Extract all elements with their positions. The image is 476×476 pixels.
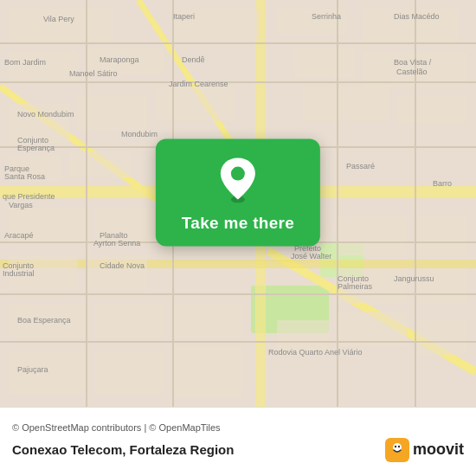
svg-rect-17 bbox=[303, 87, 389, 121]
svg-text:Dias Macédo: Dias Macédo bbox=[394, 12, 440, 21]
svg-text:Dendê: Dendê bbox=[182, 55, 205, 64]
svg-rect-18 bbox=[398, 95, 467, 125]
svg-point-92 bbox=[395, 445, 396, 447]
location-pin-icon bbox=[219, 157, 257, 207]
take-me-there-button[interactable]: Take me there bbox=[182, 214, 294, 233]
svg-text:Rodovia Quarto Anel Viário: Rodovia Quarto Anel Viário bbox=[268, 348, 362, 357]
svg-text:Jardim Cearense: Jardim Cearense bbox=[169, 80, 228, 88]
svg-rect-21 bbox=[156, 87, 234, 121]
svg-text:Serrinha: Serrinha bbox=[312, 12, 341, 21]
svg-text:Vargas: Vargas bbox=[9, 201, 33, 209]
svg-rect-29 bbox=[95, 303, 164, 338]
svg-text:Ayrton Senna: Ayrton Senna bbox=[93, 239, 140, 248]
svg-text:Vila Pery: Vila Pery bbox=[43, 15, 74, 23]
svg-text:Industrial: Industrial bbox=[3, 269, 35, 278]
svg-text:Bom Jardim: Bom Jardim bbox=[4, 58, 46, 67]
bottom-bar: © OpenStreetMap contributors | © OpenMap… bbox=[0, 407, 476, 476]
svg-text:Jangurussu: Jangurussu bbox=[394, 274, 434, 283]
svg-rect-40 bbox=[415, 216, 467, 255]
svg-text:Manoel Sátiro: Manoel Sátiro bbox=[69, 69, 118, 78]
svg-text:Palmeiras: Palmeiras bbox=[338, 282, 373, 291]
svg-text:José Walter: José Walter bbox=[291, 252, 331, 261]
svg-rect-38 bbox=[415, 268, 467, 303]
svg-rect-9 bbox=[9, 9, 113, 43]
svg-text:que Presidente: que Presidente bbox=[3, 192, 55, 201]
svg-text:Aracapé: Aracapé bbox=[4, 231, 34, 240]
take-me-there-container: Take me there bbox=[156, 139, 320, 247]
svg-text:Pajuçara: Pajuçara bbox=[17, 365, 48, 374]
svg-point-93 bbox=[398, 445, 400, 447]
svg-text:Boa Esperança: Boa Esperança bbox=[17, 316, 71, 325]
svg-rect-10 bbox=[9, 52, 78, 82]
map-attribution: © OpenStreetMap contributors | © OpenMap… bbox=[12, 422, 464, 433]
svg-rect-23 bbox=[69, 151, 130, 177]
svg-text:Esperança: Esperança bbox=[17, 144, 55, 152]
svg-text:Boa Vista /: Boa Vista / bbox=[394, 58, 432, 67]
action-card: Take me there bbox=[156, 139, 320, 247]
svg-text:Cidade Nova: Cidade Nova bbox=[100, 261, 145, 270]
svg-text:Novo Mondubim: Novo Mondubim bbox=[17, 110, 74, 119]
svg-rect-31 bbox=[95, 351, 164, 394]
svg-text:Maraponga: Maraponga bbox=[100, 55, 139, 64]
map-view: Vila Pery Itaperi Serrinha Dias Macédo B… bbox=[0, 0, 476, 407]
svg-text:Barro: Barro bbox=[433, 179, 452, 188]
moovit-logo: moovit bbox=[385, 438, 464, 462]
svg-rect-27 bbox=[87, 255, 147, 290]
moovit-icon bbox=[385, 438, 409, 462]
svg-text:Santa Rosa: Santa Rosa bbox=[4, 172, 45, 181]
place-name: Conexao Telecom, Fortaleza Region bbox=[12, 442, 234, 457]
svg-point-89 bbox=[231, 167, 245, 181]
svg-rect-32 bbox=[173, 303, 242, 338]
svg-rect-39 bbox=[338, 216, 407, 255]
moovit-brand-text: moovit bbox=[413, 441, 464, 459]
svg-text:Mondubim: Mondubim bbox=[121, 130, 158, 138]
svg-text:Itaperi: Itaperi bbox=[173, 12, 195, 21]
svg-rect-36 bbox=[415, 320, 467, 355]
svg-text:Passaré: Passaré bbox=[346, 162, 375, 170]
svg-rect-20 bbox=[78, 95, 147, 130]
svg-rect-16 bbox=[294, 48, 355, 78]
svg-rect-33 bbox=[173, 346, 242, 398]
svg-text:Castelão: Castelão bbox=[396, 68, 428, 76]
